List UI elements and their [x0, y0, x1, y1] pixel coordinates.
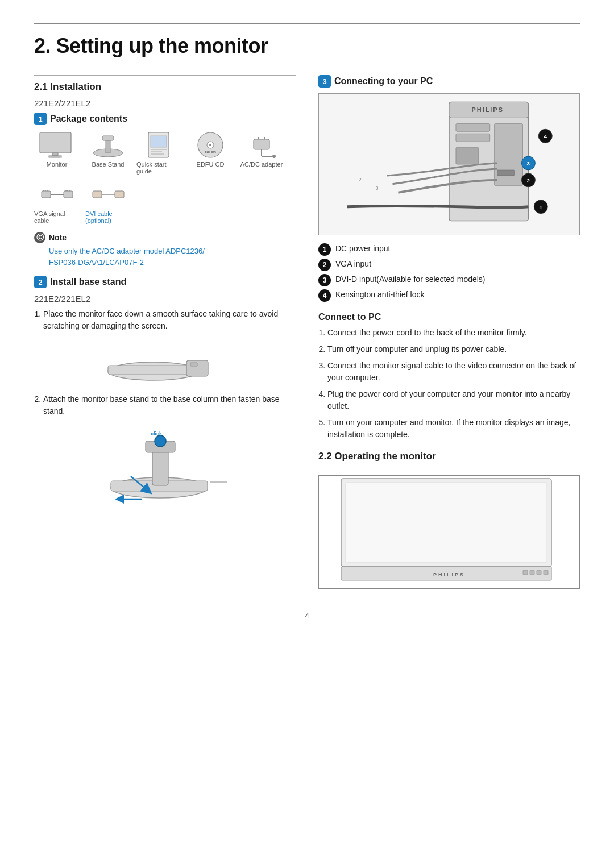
step3-label: Connecting to your PC	[334, 76, 433, 86]
pkg-label-stand: Base Stand	[92, 161, 125, 168]
svg-rect-2	[49, 156, 61, 157]
svg-rect-51	[456, 123, 490, 131]
page-number: 4	[34, 612, 580, 620]
svg-point-20	[272, 155, 276, 158]
install-steps-list: Place the monitor face down a smooth sur…	[43, 308, 296, 332]
svg-text:4: 4	[544, 133, 547, 139]
bottom-rule	[318, 468, 580, 468]
note-title: Note	[49, 233, 67, 242]
package-grid: Monitor Base Stand	[34, 131, 296, 224]
connect-step-5: Turn on your computer and monitor. If th…	[327, 417, 580, 441]
svg-rect-54	[495, 123, 523, 186]
connector-item-4: 4 Kensington anti-thief lock	[318, 289, 580, 302]
base-click-illustration: click	[34, 425, 296, 505]
package-item-guide: Quick start guide	[136, 131, 182, 175]
pkg-label-monitor: Monitor	[47, 161, 68, 168]
step2-label: Install base stand	[50, 277, 126, 287]
model-label-1: 221E2/221EL2	[34, 98, 296, 108]
package-item-adapter: AC/DC adapter	[239, 131, 284, 175]
connect-step-1: Connect the power cord to the back of th…	[327, 327, 580, 339]
svg-rect-30	[93, 191, 102, 198]
note-header: Ⓒ Note	[34, 232, 296, 243]
connect-step-2: Turn off your computer and unplug its po…	[327, 343, 580, 355]
svg-rect-34	[108, 366, 199, 375]
svg-text:click: click	[151, 431, 163, 437]
connector-list: 1 DC power input 2 VGA input 3 DVI-D inp…	[318, 243, 580, 302]
svg-marker-45	[115, 495, 124, 504]
step3-header: 3 Connecting to your PC	[318, 75, 580, 88]
svg-text:PHILIPS: PHILIPS	[433, 572, 465, 578]
svg-text:3: 3	[376, 185, 379, 191]
step2-header: 2 Install base stand	[34, 276, 296, 288]
model-label-2: 221E2/221EL2	[34, 294, 296, 304]
svg-rect-71	[530, 570, 534, 575]
note-text: Use only the AC/DC adapter model ADPC123…	[49, 246, 296, 268]
package-item-stand: Base Stand	[85, 131, 131, 175]
svg-rect-53	[456, 147, 479, 164]
vga-cable-icon	[37, 180, 77, 209]
section-21-rule	[34, 75, 296, 76]
pkg-label-adapter: AC/DC adapter	[240, 161, 283, 168]
step1-label: Package contents	[50, 114, 127, 124]
svg-rect-1	[52, 153, 58, 156]
svg-text:PHILIPS: PHILIPS	[205, 151, 216, 154]
connector-item-1: 1 DC power input	[318, 243, 580, 256]
connector-badge-4: 4	[318, 289, 331, 302]
svg-point-41	[155, 435, 166, 447]
svg-rect-36	[190, 363, 197, 366]
pkg-label-guide: Quick start guide	[136, 161, 182, 175]
connect-steps-list: Connect the power cord to the back of th…	[327, 327, 580, 441]
svg-text:PHILIPS: PHILIPS	[471, 106, 503, 113]
svg-rect-32	[115, 191, 124, 198]
pkg-label-dvi: DVI cable (optional)	[85, 210, 131, 224]
connector-item-3: 3 DVI-D input(Available for selected mod…	[318, 274, 580, 286]
pkg-label-vga: VGA signal cable	[34, 210, 80, 224]
svg-rect-55	[497, 170, 515, 176]
pc-illustration: PHILIPS 1 2 3	[318, 93, 580, 235]
svg-rect-67	[346, 483, 547, 562]
package-item-dvi: DVI cable (optional)	[85, 180, 131, 224]
step2-badge: 2	[34, 276, 47, 288]
connector-badge-2: 2	[318, 259, 331, 271]
connect-step-4: Plug the power cord of your computer and…	[327, 388, 580, 412]
step1-header: 1 Package contents	[34, 113, 296, 125]
connect-step-3: Connect the monitor signal cable to the …	[327, 360, 580, 384]
note-box: Ⓒ Note Use only the AC/DC adapter model …	[34, 232, 296, 268]
dvi-cable-icon	[88, 180, 128, 209]
svg-text:2: 2	[359, 177, 362, 182]
svg-rect-70	[523, 570, 528, 575]
connector-item-2: 2 VGA input	[318, 259, 580, 271]
svg-rect-15	[254, 139, 269, 149]
guide-icon	[139, 131, 179, 159]
connector-badge-3: 3	[318, 274, 331, 286]
package-item-cd: PHILIPS EDFU CD	[188, 131, 233, 175]
svg-point-13	[209, 144, 211, 146]
connector-label-4: Kensington anti-thief lock	[335, 289, 424, 301]
connector-label-1: DC power input	[335, 243, 391, 255]
connector-badge-1: 1	[318, 243, 331, 256]
section-21-title: 2.1 Installation	[34, 81, 296, 93]
base-flat-illustration	[34, 340, 296, 385]
page-title: 2. Setting up the monitor	[34, 34, 580, 58]
svg-rect-7	[151, 136, 167, 147]
step1-badge: 1	[34, 113, 47, 125]
install-step-1: Place the monitor face down a smooth sur…	[43, 308, 296, 332]
package-item-vga: VGA signal cable	[34, 180, 80, 224]
connect-to-pc-title: Connect to PC	[318, 312, 580, 322]
stand-icon	[88, 131, 128, 159]
top-rule	[34, 23, 580, 24]
svg-rect-0	[40, 132, 71, 153]
svg-text:1: 1	[540, 204, 543, 210]
svg-text:2: 2	[527, 177, 530, 184]
svg-rect-5	[102, 136, 114, 140]
monitor-display-illustration: PHILIPS	[318, 475, 580, 589]
monitor-icon	[37, 131, 77, 159]
right-column: 3 Connecting to your PC PHILIPS	[318, 75, 580, 589]
svg-rect-52	[456, 134, 490, 142]
step3-badge: 3	[318, 75, 331, 88]
note-icon: Ⓒ	[34, 232, 45, 243]
adapter-icon	[242, 131, 281, 159]
left-column: 2.1 Installation 221E2/221EL2 1 Package …	[34, 75, 296, 589]
install-steps-list-2: Attach the monitor base stand to the bas…	[43, 393, 296, 417]
svg-rect-72	[537, 570, 541, 575]
